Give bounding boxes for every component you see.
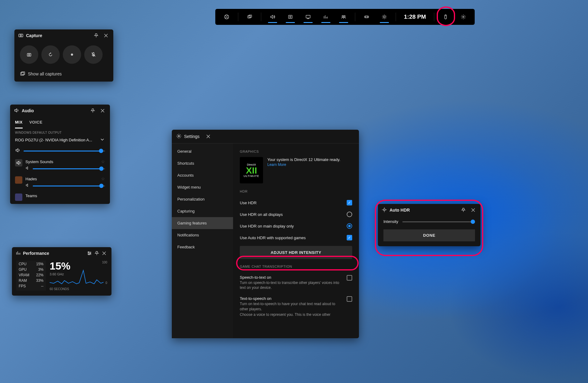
close-icon[interactable] bbox=[205, 133, 212, 140]
capture-icon[interactable] bbox=[282, 9, 299, 25]
star-icon[interactable]: ☆ bbox=[101, 159, 105, 164]
svg-point-18 bbox=[71, 54, 73, 56]
widget-title: Audio bbox=[22, 108, 34, 113]
dx-mid: XII bbox=[246, 166, 257, 174]
hdr-icon bbox=[382, 207, 387, 213]
widget-title: Capture bbox=[26, 33, 42, 38]
use-hdr-checkbox[interactable]: ✓ bbox=[347, 200, 352, 205]
opt-auto-hdr: Use Auto HDR with supported games bbox=[240, 236, 306, 240]
record-last-button[interactable] bbox=[41, 45, 60, 64]
pin-icon[interactable] bbox=[92, 32, 100, 39]
cpu-value: 15% bbox=[36, 262, 43, 266]
tab-mix[interactable]: MIX bbox=[15, 117, 23, 128]
options-icon[interactable] bbox=[86, 250, 93, 257]
xbox-icon[interactable] bbox=[218, 9, 235, 25]
opt-tts-sub2: Choose a voice to represent you. This is… bbox=[240, 312, 344, 317]
nav-shortcuts[interactable]: Shortcuts bbox=[172, 157, 233, 169]
svg-point-15 bbox=[20, 35, 22, 36]
separator bbox=[434, 13, 434, 21]
gamepad-icon[interactable] bbox=[358, 9, 375, 25]
app-name: Teams bbox=[25, 193, 37, 198]
display-icon[interactable] bbox=[300, 9, 316, 25]
svg-point-10 bbox=[367, 17, 368, 17]
svg-rect-1 bbox=[248, 16, 251, 18]
close-icon[interactable] bbox=[102, 32, 110, 39]
svg-rect-2 bbox=[249, 15, 252, 17]
svg-point-4 bbox=[290, 16, 291, 18]
gamebar: 1:28 PM bbox=[215, 9, 475, 25]
system-sounds-icon bbox=[15, 159, 22, 167]
hades-volume-slider[interactable] bbox=[33, 184, 105, 187]
social-icon[interactable] bbox=[335, 9, 352, 25]
mic-off-button[interactable] bbox=[84, 45, 103, 64]
gpu-value: 3% bbox=[38, 267, 43, 272]
tts-checkbox[interactable] bbox=[347, 296, 352, 302]
adjust-hdr-button[interactable]: ADJUST HDR INTENSITY bbox=[240, 246, 352, 259]
intensity-slider[interactable] bbox=[402, 220, 475, 223]
screenshot-button[interactable] bbox=[20, 45, 38, 64]
pin-icon[interactable] bbox=[460, 206, 467, 214]
settings-gear-icon[interactable] bbox=[455, 9, 472, 25]
performance-icon[interactable] bbox=[318, 9, 334, 25]
mouse-icon[interactable] bbox=[437, 9, 454, 25]
opt-use-hdr: Use HDR bbox=[240, 201, 257, 205]
output-device-select[interactable]: ROG PG27U (2- NVIDIA High Definition A..… bbox=[10, 136, 110, 146]
nav-feedback[interactable]: Feedback bbox=[172, 241, 233, 253]
audio-icon[interactable] bbox=[264, 9, 281, 25]
learn-more-link[interactable]: Learn More bbox=[267, 163, 340, 167]
close-icon[interactable] bbox=[100, 250, 108, 257]
capture-widget: Capture Show all captures bbox=[14, 29, 113, 82]
nav-notifications[interactable]: Notifications bbox=[172, 229, 233, 241]
show-all-captures-link[interactable]: Show all captures bbox=[14, 67, 113, 82]
default-output-label: WINDOWS DEFAULT OUTPUT bbox=[10, 128, 110, 136]
all-displays-radio[interactable] bbox=[347, 212, 352, 217]
svg-point-6 bbox=[342, 16, 344, 17]
svg-rect-14 bbox=[19, 34, 23, 37]
settings-window: Settings General Shortcuts Accounts Widg… bbox=[172, 130, 359, 338]
opt-stt-sub: Turn on speech-to-text to transcribe oth… bbox=[240, 280, 344, 290]
svg-point-9 bbox=[365, 17, 366, 17]
svg-point-25 bbox=[178, 135, 180, 137]
opt-tts: Text-to-speech on bbox=[240, 296, 344, 301]
nav-personalization[interactable]: Personalization bbox=[172, 193, 233, 205]
nav-gaming-features[interactable]: Gaming features bbox=[172, 217, 233, 229]
settings-content: GRAPHICS DirectX XII ULTIMATE Your syste… bbox=[233, 144, 359, 338]
vram-value: 22% bbox=[36, 273, 43, 277]
tab-voice[interactable]: VOICE bbox=[29, 117, 43, 128]
record-button[interactable] bbox=[63, 45, 81, 64]
group-graphics: GRAPHICS bbox=[240, 150, 352, 153]
window-title: Settings bbox=[184, 134, 200, 139]
widgets-icon[interactable] bbox=[241, 9, 258, 25]
done-button[interactable]: DONE bbox=[383, 229, 475, 241]
settings-nav: General Shortcuts Accounts Widget menu P… bbox=[172, 144, 233, 338]
close-icon[interactable] bbox=[99, 107, 106, 114]
brightness-icon[interactable] bbox=[376, 9, 393, 25]
separator bbox=[355, 13, 355, 21]
svg-point-7 bbox=[344, 16, 345, 17]
fps-value: -- bbox=[41, 284, 43, 288]
nav-widget-menu[interactable]: Widget menu bbox=[172, 181, 233, 193]
auto-hdr-checkbox[interactable]: ✓ bbox=[347, 235, 352, 240]
main-display-radio[interactable] bbox=[347, 223, 352, 229]
stt-checkbox[interactable] bbox=[347, 275, 352, 281]
svg-point-13 bbox=[463, 16, 464, 18]
performance-widget: Performance CPU15% GPU3% VRAM22% RAM33% … bbox=[12, 247, 111, 296]
chevron-down-icon bbox=[100, 137, 105, 143]
pin-icon[interactable] bbox=[93, 250, 100, 257]
system-volume-slider[interactable] bbox=[33, 167, 105, 170]
auto-hdr-widget: Auto HDR Intensity DONE bbox=[378, 204, 481, 246]
svg-rect-21 bbox=[21, 72, 25, 75]
star-icon[interactable]: ☆ bbox=[101, 176, 105, 181]
nav-capturing[interactable]: Capturing bbox=[172, 205, 233, 217]
pin-icon[interactable] bbox=[89, 107, 96, 114]
nav-accounts[interactable]: Accounts bbox=[172, 169, 233, 181]
master-volume-slider[interactable] bbox=[24, 149, 105, 152]
separator bbox=[261, 13, 261, 21]
close-icon[interactable] bbox=[469, 206, 477, 214]
widget-title: Auto HDR bbox=[390, 208, 410, 213]
group-chat: GAME CHAT TRANSCRIPTION bbox=[240, 265, 352, 268]
nav-general[interactable]: General bbox=[172, 145, 233, 157]
chart-icon bbox=[16, 250, 21, 257]
speaker-icon bbox=[14, 108, 19, 114]
svg-point-17 bbox=[28, 54, 30, 56]
